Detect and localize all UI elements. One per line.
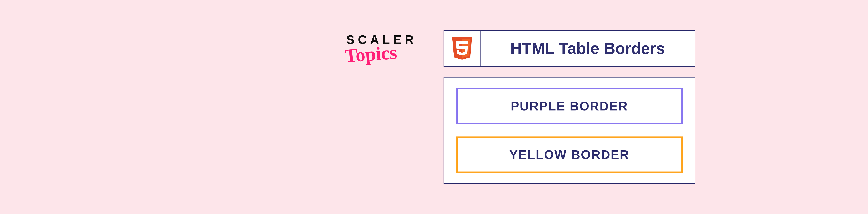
main-column: HTML Table Borders PURPLE BORDER YELLOW … [443,30,695,184]
header-title: HTML Table Borders [510,39,665,58]
yellow-border-row: YELLOW BORDER [456,137,683,173]
html5-icon [451,35,473,61]
row-label: PURPLE BORDER [511,99,628,113]
diagram-canvas: SCALER Topics HTML Table Borders PURPLE … [346,30,695,184]
purple-border-row: PURPLE BORDER [456,88,683,124]
scaler-topics-logo: SCALER Topics [346,34,419,61]
body-box: PURPLE BORDER YELLOW BORDER [443,77,695,184]
header-title-cell: HTML Table Borders [480,31,695,66]
logo-line-2: Topics [344,46,397,63]
row-label: YELLOW BORDER [509,148,629,162]
header-box: HTML Table Borders [443,30,695,67]
header-icon-cell [444,31,480,66]
